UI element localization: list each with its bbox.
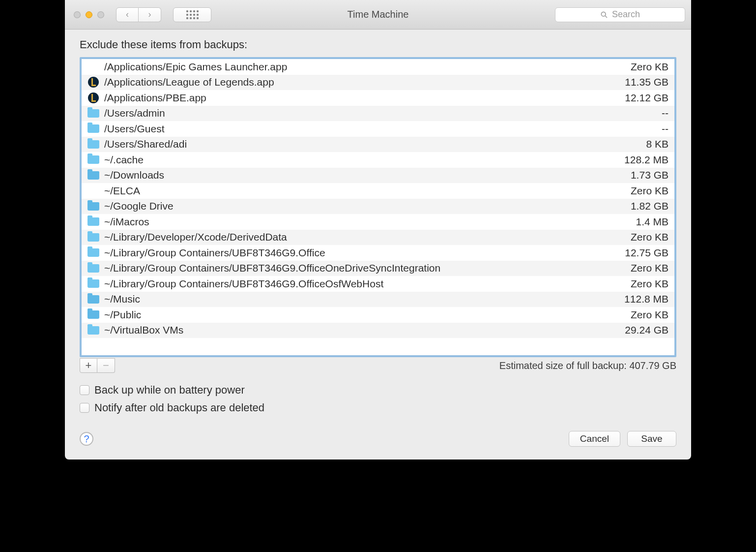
cancel-button[interactable]: Cancel	[569, 431, 620, 447]
folder-icon	[87, 155, 99, 164]
row-icon-slot	[86, 109, 101, 118]
row-path: ~/Public	[101, 309, 611, 321]
row-icon-slot	[86, 171, 101, 180]
row-size: Zero KB	[611, 278, 670, 290]
folder-icon	[87, 233, 99, 242]
exclude-row[interactable]: ~/Library/Group Containers/UBF8T346G9.Of…	[82, 245, 674, 261]
exclude-row[interactable]: ~/ELCAZero KB	[82, 183, 674, 199]
row-path: ~/Downloads	[101, 169, 611, 181]
folder-icon	[87, 171, 99, 180]
row-size: Zero KB	[611, 61, 670, 73]
folder-icon	[87, 264, 99, 273]
estimate-label: Estimated size of full backup:	[499, 360, 630, 371]
grid-icon	[186, 10, 199, 19]
estimate-line: Estimated size of full backup: 407.79 GB	[499, 360, 676, 371]
row-size: Zero KB	[611, 309, 670, 321]
checkbox-group: Back up while on battery power Notify af…	[80, 384, 676, 414]
row-size: Zero KB	[611, 262, 670, 274]
row-size: 112.8 MB	[611, 293, 670, 305]
row-icon-slot	[86, 233, 101, 242]
row-path: ~/.cache	[101, 154, 611, 166]
row-icon-slot	[86, 92, 101, 104]
exclude-heading: Exclude these items from backups:	[80, 38, 676, 51]
exclude-row[interactable]: ~/Downloads1.73 GB	[82, 168, 674, 184]
exclude-row[interactable]: /Users/admin--	[82, 106, 674, 122]
row-path: ~/Library/Group Containers/UBF8T346G9.Of…	[101, 247, 611, 259]
forward-button[interactable]: ›	[139, 7, 161, 22]
folder-icon	[87, 217, 99, 226]
exclude-row[interactable]: /Applications/League of Legends.app11.35…	[82, 75, 674, 91]
row-icon-slot	[86, 326, 101, 335]
notify-checkbox[interactable]	[80, 403, 89, 413]
row-path: /Users/Shared/adi	[101, 138, 611, 150]
content-area: Exclude these items from backups: /Appli…	[65, 30, 691, 460]
minimize-window-button[interactable]	[86, 11, 92, 18]
add-button[interactable]: +	[80, 358, 97, 373]
row-size: 29.24 GB	[611, 324, 670, 336]
exclude-row[interactable]: /Users/Guest--	[82, 121, 674, 137]
zoom-window-button[interactable]	[97, 11, 104, 18]
titlebar: ‹ › Time Machine Search	[65, 0, 691, 30]
exclude-row[interactable]: ~/PublicZero KB	[82, 307, 674, 323]
row-icon-slot	[86, 140, 101, 149]
exclude-row[interactable]: ~/Library/Group Containers/UBF8T346G9.Of…	[82, 276, 674, 292]
folder-icon	[87, 109, 99, 118]
row-icon-slot	[86, 310, 101, 319]
row-path: /Applications/PBE.app	[101, 92, 611, 104]
row-icon-slot	[86, 248, 101, 257]
row-icon-slot	[86, 186, 101, 195]
row-icon-slot	[86, 155, 101, 164]
row-path: /Users/Guest	[101, 123, 611, 135]
folder-icon	[87, 202, 99, 211]
row-path: ~/Music	[101, 293, 611, 305]
row-icon-slot	[86, 62, 101, 71]
notify-checkbox-row[interactable]: Notify after old backups are deleted	[80, 401, 676, 414]
blank-icon	[87, 62, 99, 71]
row-size: 1.73 GB	[611, 169, 670, 181]
exclude-list[interactable]: /Applications/Epic Games Launcher.appZer…	[80, 57, 676, 357]
save-button[interactable]: Save	[627, 431, 676, 447]
row-size: Zero KB	[611, 185, 670, 197]
add-remove-group: + −	[80, 358, 115, 373]
exclude-row[interactable]: ~/Music112.8 MB	[82, 292, 674, 307]
row-size: 8 KB	[611, 138, 670, 150]
row-icon-slot	[86, 76, 101, 88]
remove-button[interactable]: −	[97, 358, 115, 373]
exclude-row[interactable]: ~/Google Drive1.82 GB	[82, 199, 674, 215]
row-icon-slot	[86, 295, 101, 304]
row-path: /Applications/Epic Games Launcher.app	[101, 61, 611, 73]
row-path: ~/Google Drive	[101, 200, 611, 212]
row-size: 12.75 GB	[611, 247, 670, 259]
exclude-row[interactable]: ~/Library/Group Containers/UBF8T346G9.Of…	[82, 261, 674, 276]
exclude-row[interactable]: /Users/Shared/adi8 KB	[82, 137, 674, 153]
folder-icon	[87, 279, 99, 288]
exclude-row[interactable]: ~/VirtualBox VMs29.24 GB	[82, 323, 674, 338]
notify-checkbox-label: Notify after old backups are deleted	[94, 401, 264, 414]
search-field[interactable]: Search	[555, 7, 685, 22]
search-placeholder: Search	[612, 9, 640, 20]
row-path: ~/Library/Group Containers/UBF8T346G9.Of…	[101, 262, 611, 274]
exclude-row[interactable]: ~/Library/Developer/Xcode/DerivedDataZer…	[82, 230, 674, 245]
exclude-row[interactable]: ~/iMacros1.4 MB	[82, 214, 674, 230]
row-path: ~/Library/Group Containers/UBF8T346G9.Of…	[101, 278, 611, 290]
exclude-row[interactable]: /Applications/PBE.app12.12 GB	[82, 90, 674, 106]
battery-checkbox-row[interactable]: Back up while on battery power	[80, 384, 676, 397]
battery-checkbox[interactable]	[80, 385, 89, 395]
show-all-button[interactable]	[173, 7, 211, 22]
exclude-row[interactable]: ~/.cache128.2 MB	[82, 152, 674, 168]
row-path: /Applications/League of Legends.app	[101, 76, 611, 88]
help-button[interactable]: ?	[80, 432, 93, 446]
folder-icon	[87, 124, 99, 133]
exclude-row[interactable]: /Applications/Epic Games Launcher.appZer…	[82, 59, 674, 75]
row-size: 11.35 GB	[611, 76, 670, 88]
row-size: 1.4 MB	[611, 216, 670, 228]
row-size: 12.12 GB	[611, 92, 670, 104]
folder-icon	[87, 248, 99, 257]
row-size: --	[611, 107, 670, 119]
app-icon	[87, 92, 99, 104]
row-path: ~/VirtualBox VMs	[101, 324, 611, 336]
close-window-button[interactable]	[74, 11, 81, 18]
nav-buttons: ‹ ›	[116, 7, 161, 22]
back-button[interactable]: ‹	[116, 7, 139, 22]
row-path: ~/iMacros	[101, 216, 611, 228]
